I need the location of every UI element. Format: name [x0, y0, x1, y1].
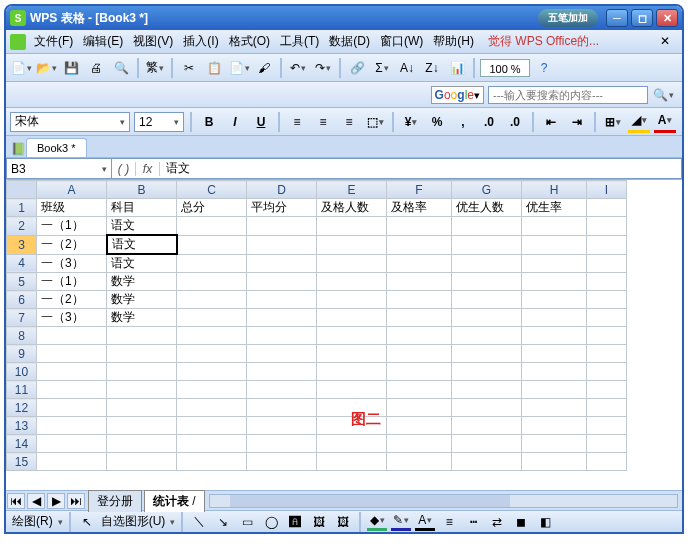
promo-link[interactable]: 觉得 WPS Office的... [488, 33, 599, 50]
cell-G10[interactable] [452, 363, 522, 381]
cell-A6[interactable]: 一（2） [37, 291, 107, 309]
cell-I8[interactable] [587, 327, 627, 345]
cell-H6[interactable] [522, 291, 587, 309]
cell-C8[interactable] [177, 327, 247, 345]
cell-C13[interactable] [177, 417, 247, 435]
cell-I3[interactable] [587, 235, 627, 254]
fill-color-button[interactable]: ◢▾ [628, 111, 650, 133]
cell-F3[interactable] [387, 235, 452, 254]
sort-asc-button[interactable]: A↓ [396, 57, 418, 79]
sheet-next-button[interactable]: ▶ [47, 493, 65, 509]
cell-C5[interactable] [177, 273, 247, 291]
close-button[interactable]: ✕ [656, 9, 678, 27]
simp-trad-button[interactable]: 繁▾ [144, 57, 166, 79]
paste-button[interactable]: 📄▾ [228, 57, 250, 79]
textbox-button[interactable]: 🅰 [285, 513, 305, 531]
col-header-G[interactable]: G [452, 181, 522, 199]
row-header-6[interactable]: 6 [7, 291, 37, 309]
italic-button[interactable]: I [224, 111, 246, 133]
cell-D5[interactable] [247, 273, 317, 291]
rect-button[interactable]: ▭ [237, 513, 257, 531]
cell-C4[interactable] [177, 254, 247, 273]
col-header-A[interactable]: A [37, 181, 107, 199]
arrow-button[interactable]: ↘ [213, 513, 233, 531]
cell-H13[interactable] [522, 417, 587, 435]
percent-button[interactable]: % [426, 111, 448, 133]
cell-G9[interactable] [452, 345, 522, 363]
cell-B7[interactable]: 数学 [107, 309, 177, 327]
col-header-D[interactable]: D [247, 181, 317, 199]
menu-window[interactable]: 窗口(W) [376, 31, 427, 52]
pointer-button[interactable]: ↖ [77, 513, 97, 531]
cell-E9[interactable] [317, 345, 387, 363]
wordart-button[interactable]: 🖼 [309, 513, 329, 531]
cell-C7[interactable] [177, 309, 247, 327]
cell-D6[interactable] [247, 291, 317, 309]
cell-G7[interactable] [452, 309, 522, 327]
cell-H8[interactable] [522, 327, 587, 345]
cell-B8[interactable] [107, 327, 177, 345]
spreadsheet-grid[interactable]: ABCDEFGHI1班级科目总分平均分及格人数及格率优生人数优生率2一（1）语文… [6, 180, 627, 471]
cell-D9[interactable] [247, 345, 317, 363]
maximize-button[interactable]: ◻ [631, 9, 653, 27]
menu-tools[interactable]: 工具(T) [276, 31, 323, 52]
cell-F13[interactable] [387, 417, 452, 435]
cell-H11[interactable] [522, 381, 587, 399]
cell-I7[interactable] [587, 309, 627, 327]
cell-E15[interactable] [317, 453, 387, 471]
sheet-prev-button[interactable]: ◀ [27, 493, 45, 509]
cell-E2[interactable] [317, 217, 387, 236]
cell-H5[interactable] [522, 273, 587, 291]
formula-input[interactable]: 语文 [160, 160, 196, 177]
cell-I14[interactable] [587, 435, 627, 453]
cell-D2[interactable] [247, 217, 317, 236]
cell-G13[interactable] [452, 417, 522, 435]
cell-A12[interactable] [37, 399, 107, 417]
cell-F14[interactable] [387, 435, 452, 453]
cell-C3[interactable] [177, 235, 247, 254]
dashstyle-button[interactable]: ┅ [463, 513, 483, 531]
comma-button[interactable]: , [452, 111, 474, 133]
format-painter-button[interactable]: 🖌 [253, 57, 275, 79]
cell-B4[interactable]: 语文 [107, 254, 177, 273]
3d-button[interactable]: ◧ [535, 513, 555, 531]
cell-C14[interactable] [177, 435, 247, 453]
cell-D10[interactable] [247, 363, 317, 381]
font-name-box[interactable]: 宋体▾ [10, 112, 130, 132]
cell-A7[interactable]: 一（3） [37, 309, 107, 327]
arrowstyle-button[interactable]: ⇄ [487, 513, 507, 531]
cell-C1[interactable]: 总分 [177, 199, 247, 217]
bold-button[interactable]: B [198, 111, 220, 133]
cell-G8[interactable] [452, 327, 522, 345]
cell-B1[interactable]: 科目 [107, 199, 177, 217]
oval-button[interactable]: ◯ [261, 513, 281, 531]
fx-button[interactable]: fx [136, 162, 160, 176]
name-box[interactable]: B3▾ [6, 158, 112, 179]
cell-A5[interactable]: 一（1） [37, 273, 107, 291]
cell-F7[interactable] [387, 309, 452, 327]
row-header-10[interactable]: 10 [7, 363, 37, 381]
fillcolor-draw-button[interactable]: ◆▾ [367, 513, 387, 531]
draw-menu[interactable]: 绘图(R) [12, 513, 53, 530]
menu-data[interactable]: 数据(D) [325, 31, 374, 52]
cell-D3[interactable] [247, 235, 317, 254]
picture-button[interactable]: 🖼 [333, 513, 353, 531]
cell-C12[interactable] [177, 399, 247, 417]
cell-E11[interactable] [317, 381, 387, 399]
redo-button[interactable]: ↷▾ [312, 57, 334, 79]
cell-E10[interactable] [317, 363, 387, 381]
inc-indent-button[interactable]: ⇥ [566, 111, 588, 133]
align-left-button[interactable]: ≡ [286, 111, 308, 133]
cell-E7[interactable] [317, 309, 387, 327]
cell-F4[interactable] [387, 254, 452, 273]
sheet-tab-2[interactable]: 统计表 / [144, 490, 205, 512]
cell-F15[interactable] [387, 453, 452, 471]
cell-A10[interactable] [37, 363, 107, 381]
cell-A1[interactable]: 班级 [37, 199, 107, 217]
cell-B15[interactable] [107, 453, 177, 471]
col-header-F[interactable]: F [387, 181, 452, 199]
cell-D12[interactable] [247, 399, 317, 417]
cell-A8[interactable] [37, 327, 107, 345]
cell-I6[interactable] [587, 291, 627, 309]
cell-F8[interactable] [387, 327, 452, 345]
